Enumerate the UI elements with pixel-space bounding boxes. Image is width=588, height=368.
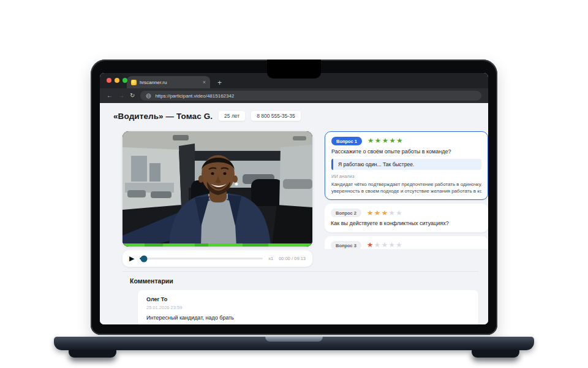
reload-icon[interactable]: ↻: [130, 93, 135, 99]
comments-section: Комментарии Олег То 25.01.2026 23:59 Инт…: [123, 271, 478, 324]
star-icon: ★: [388, 209, 396, 217]
star-icon: ★: [367, 209, 374, 217]
question-1-header: Вопрос 1 ★★★★★: [331, 137, 481, 145]
address-bar[interactable]: https://participant.video/4815162342: [140, 91, 481, 101]
comment-date: 25.01.2026 23:59: [146, 305, 470, 310]
comments-heading: Комментарии: [130, 277, 478, 285]
star-icon: ★: [396, 241, 403, 248]
laptop-lid-notch: [265, 337, 323, 342]
forward-icon[interactable]: →: [118, 93, 124, 99]
ai-analysis-label: ИИ анализ: [331, 174, 481, 179]
question-card-2[interactable]: Вопрос 2 ★★★★★ Как вы действуете в конфл…: [325, 204, 488, 232]
star-icon: ★: [388, 241, 396, 248]
star-icon: ★: [374, 241, 382, 248]
interview-video[interactable]: [123, 131, 312, 247]
question-2-header: Вопрос 2 ★★★★★: [331, 209, 482, 217]
star-rating: ★★★★★: [367, 242, 403, 249]
laptop-foot-left: [69, 350, 116, 358]
laptop-base: [54, 337, 534, 350]
laptop-camera-notch: [267, 59, 321, 79]
time-display: 00:00 / 09:13: [279, 256, 306, 261]
question-card-3[interactable]: Вопрос 3 ★★★★★ Если пешеход резко выйдет…: [325, 236, 488, 249]
question-2-text: Как вы действуете в конфликтных ситуация…: [331, 220, 482, 228]
close-tab-icon[interactable]: ×: [203, 80, 206, 85]
star-icon: ★: [382, 209, 389, 217]
site-favicon-icon: [131, 80, 137, 85]
candidate-header: «Водитель» — Томас G. 25 лет 8 800 555-3…: [100, 103, 488, 123]
ai-analysis-line-1: Кандидат чётко подтверждает предпочтение…: [331, 181, 481, 188]
question-2-pill: Вопрос 2: [331, 209, 361, 217]
page-title: «Водитель» — Томас G.: [113, 112, 213, 121]
comment-author: Олег То: [146, 296, 470, 302]
star-rating: ★★★★★: [368, 137, 404, 145]
ai-analysis-text: Кандидат чётко подтверждает предпочтение…: [331, 181, 481, 195]
page-content: «Водитель» — Томас G. 25 лет 8 800 555-3…: [100, 103, 488, 324]
question-card-1[interactable]: Вопрос 1 ★★★★★ Расскажите о своём опыте …: [325, 131, 488, 200]
candidate-video-frame: [123, 131, 312, 247]
answer-quote: Я работаю один... Так быстрее.: [331, 159, 481, 170]
globe-icon: [146, 93, 151, 99]
url-text: https://participant.video/4815162342: [155, 93, 234, 99]
play-icon[interactable]: ▶: [129, 255, 134, 262]
question-1-pill: Вопрос 1: [331, 137, 362, 145]
comment-text: Интересный кандидат, надо брать: [146, 315, 470, 321]
tab-title: hrscanner.ru: [140, 80, 200, 85]
minimize-window-button[interactable]: [115, 78, 119, 83]
question-3-header: Вопрос 3 ★★★★★: [331, 241, 482, 249]
seek-bar[interactable]: [140, 258, 263, 259]
laptop-foot-right: [472, 350, 519, 358]
star-icon: ★: [396, 137, 404, 144]
fullscreen-window-button[interactable]: [123, 78, 127, 83]
star-rating: ★★★★★: [367, 210, 403, 217]
star-icon: ★: [368, 137, 375, 144]
star-icon: ★: [396, 209, 403, 217]
playback-speed[interactable]: x1: [268, 256, 273, 261]
question-3-pill: Вопрос 3: [331, 241, 361, 249]
questions-panel: Вопрос 1 ★★★★★ Расскажите о своём опыте …: [325, 131, 488, 249]
player-controls: ▶ x1 00:00 / 09:13: [123, 250, 312, 267]
browser-tab[interactable]: hrscanner.ru ×: [127, 76, 210, 88]
window-controls: [107, 78, 127, 83]
laptop-display: hrscanner.ru × + ← → ↻ https://participa…: [100, 73, 488, 324]
star-icon: ★: [389, 137, 396, 144]
question-1-text: Расскажите о своём опыте работы в команд…: [331, 148, 481, 156]
laptop-screen: hrscanner.ru × + ← → ↻ https://participa…: [91, 59, 497, 335]
star-icon: ★: [374, 209, 382, 217]
back-icon[interactable]: ←: [107, 93, 113, 99]
star-icon: ★: [367, 241, 374, 248]
star-icon: ★: [382, 137, 390, 144]
seek-handle[interactable]: [141, 255, 148, 262]
close-window-button[interactable]: [107, 78, 111, 83]
age-badge: 25 лет: [219, 111, 245, 121]
star-icon: ★: [382, 241, 389, 248]
phone-badge: 8 800 555-35-35: [251, 111, 300, 121]
ai-analysis-line-2: уверенность в своем подходе и отсутствие…: [331, 188, 481, 194]
browser-nav-bar: ← → ↻ https://participant.video/48151623…: [100, 88, 488, 103]
video-column: ▶ x1 00:00 / 09:13: [123, 131, 312, 267]
comment-card: Олег То 25.01.2026 23:59 Интересный канд…: [138, 290, 478, 324]
main-area: ▶ x1 00:00 / 09:13 Вопрос 1: [100, 131, 488, 267]
new-tab-button[interactable]: +: [217, 79, 222, 86]
star-icon: ★: [375, 137, 382, 144]
